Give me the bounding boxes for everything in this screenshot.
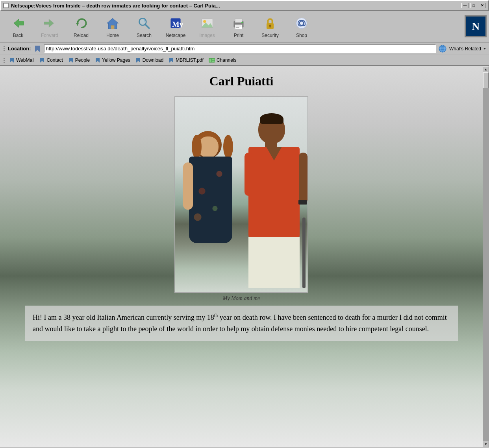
print-label: Print (234, 33, 244, 38)
location-bar: Location: What's Related (0, 42, 489, 55)
netscape-button[interactable]: My Netscape (160, 12, 191, 41)
svg-rect-39 (209, 59, 211, 62)
bookmark-contact-icon (39, 57, 45, 63)
svg-rect-41 (212, 61, 215, 62)
security-label: Security (261, 33, 278, 38)
images-label: Images (199, 33, 215, 38)
bookmark-mbrlist-label: MBRLIST.pdf (176, 57, 204, 63)
woman-body (189, 157, 232, 243)
bookmark-yellow-pages-label: Yellow Pages (102, 57, 130, 63)
scroll-up-button[interactable]: ▲ (483, 66, 489, 72)
photo-caption: My Mom and me (223, 295, 260, 302)
svg-marker-25 (35, 46, 40, 52)
back-label: Back (13, 33, 24, 38)
back-button[interactable]: Back (2, 12, 34, 41)
bookmarks-bar: WebMail Contact People Yellow Pages Down… (0, 55, 489, 66)
netscape-label: Netscape (166, 33, 186, 38)
search-button[interactable]: Search (128, 12, 160, 41)
images-icon (199, 15, 215, 31)
print-button[interactable]: Print (223, 12, 254, 41)
woman-hair-left (192, 135, 202, 159)
man-watch (298, 200, 307, 205)
man-cane (302, 218, 306, 288)
security-button[interactable]: Security (254, 12, 286, 41)
man-arm-right (299, 153, 307, 204)
bookmark-contact[interactable]: Contact (37, 57, 64, 64)
bookmark-mbrlist[interactable]: MBRLIST.pdf (167, 57, 205, 64)
photo-container: My Mom and me (174, 96, 308, 302)
scrollbar: ▲ ▼ (483, 66, 489, 447)
bookmark-download-icon (135, 57, 141, 63)
svg-point-17 (241, 22, 243, 23)
body-text-part1: Hi! I am a 38 year old Italian American … (33, 313, 214, 321)
man-hair-top (260, 113, 283, 124)
man-vneck (266, 147, 282, 160)
woman-hair-right (223, 135, 233, 159)
title-bar-controls: — □ ✕ (461, 3, 486, 8)
location-input[interactable] (44, 44, 436, 53)
bookmark-people[interactable]: People (66, 57, 91, 64)
body-text: Hi! I am a 38 year old Italian American … (25, 306, 458, 341)
images-button[interactable]: Images (191, 12, 223, 41)
netscape-icon: My (167, 15, 184, 31)
window-title: Netscape:Voices from Inside – death row … (11, 3, 461, 9)
globe-icon (438, 44, 447, 53)
bookmark-people-icon (68, 57, 74, 63)
svg-rect-40 (212, 59, 215, 60)
svg-marker-35 (96, 58, 100, 63)
close-button[interactable]: ✕ (479, 3, 486, 8)
bookmark-download[interactable]: Download (133, 57, 165, 64)
minimize-button[interactable]: — (461, 3, 469, 8)
photo-frame (174, 96, 308, 293)
home-icon (104, 15, 121, 31)
location-resize-handle (2, 46, 6, 51)
browser-window: Netscape:Voices from Inside – death row … (0, 0, 489, 447)
bookmark-yellow-pages[interactable]: Yellow Pages (93, 57, 132, 64)
svg-marker-2 (44, 19, 54, 28)
bookmark-webmail-icon (9, 57, 15, 63)
scroll-down-button[interactable]: ▼ (483, 441, 489, 447)
svg-point-12 (203, 20, 206, 22)
bookmark-channels[interactable]: Channels (207, 56, 238, 64)
man-body (248, 147, 300, 241)
svg-marker-34 (69, 58, 73, 63)
security-icon (262, 15, 278, 31)
bookmark-channels-label: Channels (217, 57, 237, 63)
bookmark-yellow-pages-icon (94, 57, 101, 63)
reload-button[interactable]: Reload (65, 12, 97, 41)
netscape-logo: N (465, 15, 487, 37)
svg-marker-3 (76, 22, 79, 26)
forward-icon (41, 15, 58, 31)
scroll-thumb[interactable] (483, 72, 489, 88)
home-label: Home (106, 33, 119, 38)
man-arm-left (245, 153, 253, 196)
svg-rect-15 (235, 19, 242, 22)
svg-line-7 (145, 24, 149, 28)
superscript-th: th (214, 313, 218, 318)
shop-button[interactable]: Shop (286, 12, 317, 41)
viewport: Carl Puiatti (0, 66, 489, 447)
forward-button[interactable]: Forward (34, 12, 65, 41)
page-title: Carl Puiatti (209, 74, 274, 88)
home-button[interactable]: Home (97, 12, 128, 41)
search-icon (136, 15, 152, 31)
title-bar: Netscape:Voices from Inside – death row … (0, 0, 489, 11)
bookmark-contact-label: Contact (46, 57, 63, 63)
scroll-track[interactable] (483, 72, 489, 441)
bookmark-channels-icon (208, 57, 215, 63)
shop-label: Shop (296, 33, 307, 38)
maximize-button[interactable]: □ (470, 3, 477, 8)
forward-label: Forward (41, 33, 58, 38)
whats-related-button[interactable]: What's Related (449, 46, 487, 52)
bookmark-webmail[interactable]: WebMail (7, 57, 36, 64)
svg-marker-32 (10, 58, 14, 63)
svg-rect-16 (235, 24, 242, 29)
content-area: Carl Puiatti (0, 66, 483, 447)
svg-marker-36 (136, 58, 140, 63)
man-figure (245, 115, 306, 288)
title-bar-checkbox[interactable] (3, 3, 9, 8)
whats-related-label: What's Related (449, 46, 481, 52)
whats-related-arrow-icon (483, 47, 487, 51)
netscape-logo-letter: N (472, 20, 480, 33)
man-pants (248, 237, 300, 288)
